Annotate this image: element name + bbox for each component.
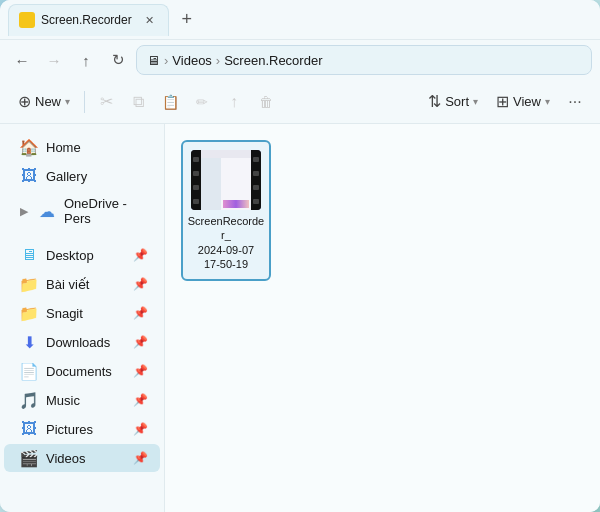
main-area: 🏠 Home 🖼 Gallery ▶ ☁ OneDrive - Pers 🖥 D…	[0, 124, 600, 512]
film-strip-left	[191, 150, 201, 210]
pin-icon-desktop: 📌	[133, 248, 148, 262]
thumb-sidebar	[201, 158, 221, 210]
pin-icon-music: 📌	[133, 393, 148, 407]
sidebar-item-pictures[interactable]: 🖼 Pictures 📌	[4, 415, 160, 443]
video-preview	[191, 150, 261, 210]
sidebar-documents-label: Documents	[46, 364, 112, 379]
sidebar-music-label: Music	[46, 393, 80, 408]
expand-icon: ▶	[20, 205, 28, 218]
new-label: New	[35, 94, 61, 109]
sidebar-item-downloads[interactable]: ⬇ Downloads 📌	[4, 328, 160, 356]
file-grid: ScreenRecorder_ 2024-09-07 17-50-19	[181, 140, 584, 281]
sidebar-item-music[interactable]: 🎵 Music 📌	[4, 386, 160, 414]
new-tab-button[interactable]: +	[173, 6, 201, 34]
breadcrumb-screenrecorder[interactable]: Screen.Recorder	[224, 53, 322, 68]
view-chevron: ▾	[545, 96, 550, 107]
forward-button[interactable]: →	[40, 46, 68, 74]
sort-icon: ⇅	[428, 92, 441, 111]
sidebar-item-onedrive[interactable]: ▶ ☁ OneDrive - Pers	[4, 191, 160, 231]
pin-icon-videos: 📌	[133, 451, 148, 465]
address-bar[interactable]: 🖥 › Videos › Screen.Recorder	[136, 45, 592, 75]
tab-folder-icon	[19, 12, 35, 28]
film-hole-8	[253, 199, 259, 204]
file-label-0: ScreenRecorder_ 2024-09-07 17-50-19	[187, 214, 265, 271]
film-hole-6	[253, 171, 259, 176]
pin-icon-downloads: 📌	[133, 335, 148, 349]
sidebar-home-label: Home	[46, 140, 81, 155]
thumb-main	[221, 158, 251, 210]
sidebar-item-gallery[interactable]: 🖼 Gallery	[4, 162, 160, 190]
pin-icon-baiviet: 📌	[133, 277, 148, 291]
desktop-icon: 🖥	[20, 246, 38, 264]
file-item-0[interactable]: ScreenRecorder_ 2024-09-07 17-50-19	[181, 140, 271, 281]
thumb-bar-bottom	[223, 200, 249, 208]
sidebar-snagit-label: Snagit	[46, 306, 83, 321]
sidebar: 🏠 Home 🖼 Gallery ▶ ☁ OneDrive - Pers 🖥 D…	[0, 124, 165, 512]
active-tab[interactable]: Screen.Recorder ✕	[8, 4, 169, 36]
delete-button[interactable]: 🗑	[251, 87, 281, 117]
sidebar-desktop-label: Desktop	[46, 248, 94, 263]
pin-icon-documents: 📌	[133, 364, 148, 378]
file-area: ScreenRecorder_ 2024-09-07 17-50-19	[165, 124, 600, 512]
up-button[interactable]: ↑	[72, 46, 100, 74]
toolbar-sep-1	[84, 91, 85, 113]
snagit-icon: 📁	[20, 304, 38, 322]
film-hole-2	[193, 171, 199, 176]
refresh-button[interactable]: ↻	[104, 46, 132, 74]
view-button[interactable]: ⊞ View ▾	[488, 87, 558, 117]
documents-icon: 📄	[20, 362, 38, 380]
gallery-icon: 🖼	[20, 167, 38, 185]
sidebar-item-desktop[interactable]: 🖥 Desktop 📌	[4, 241, 160, 269]
sidebar-item-snagit[interactable]: 📁 Snagit 📌	[4, 299, 160, 327]
breadcrumb-sep-2: ›	[216, 53, 220, 68]
tab-label: Screen.Recorder	[41, 13, 132, 27]
breadcrumb-sep-1: ›	[164, 53, 168, 68]
view-icon: ⊞	[496, 92, 509, 111]
sidebar-item-baiviet[interactable]: 📁 Bài viết 📌	[4, 270, 160, 298]
baiviet-icon: 📁	[20, 275, 38, 293]
sidebar-onedrive-label: OneDrive - Pers	[64, 196, 148, 226]
copy-button[interactable]: ⧉	[123, 87, 153, 117]
tab-close-button[interactable]: ✕	[142, 12, 158, 28]
videos-icon: 🎬	[20, 449, 38, 467]
film-hole-1	[193, 157, 199, 162]
film-hole-3	[193, 185, 199, 190]
thumb-content	[201, 150, 251, 210]
sidebar-baiviet-label: Bài viết	[46, 277, 89, 292]
sidebar-pictures-label: Pictures	[46, 422, 93, 437]
sidebar-item-documents[interactable]: 📄 Documents 📌	[4, 357, 160, 385]
pin-icon-pictures: 📌	[133, 422, 148, 436]
computer-icon: 🖥	[147, 53, 160, 68]
rename-button[interactable]: ✏	[187, 87, 217, 117]
cut-button[interactable]: ✂	[91, 87, 121, 117]
film-hole-5	[253, 157, 259, 162]
new-chevron: ▾	[65, 96, 70, 107]
sidebar-videos-label: Videos	[46, 451, 86, 466]
sort-button[interactable]: ⇅ Sort ▾	[420, 87, 486, 117]
breadcrumb-videos[interactable]: Videos	[172, 53, 212, 68]
pin-icon-snagit: 📌	[133, 306, 148, 320]
pictures-icon: 🖼	[20, 420, 38, 438]
sidebar-downloads-label: Downloads	[46, 335, 110, 350]
back-button[interactable]: ←	[8, 46, 36, 74]
sort-label: Sort	[445, 94, 469, 109]
sidebar-item-videos[interactable]: 🎬 Videos 📌	[4, 444, 160, 472]
toolbar: ⊕ New ▾ ✂ ⧉ 📋 ✏ ↑ 🗑 ⇅ Sort ▾ ⊞ View ▾ ··…	[0, 80, 600, 124]
file-thumbnail-0	[191, 150, 261, 210]
film-strip-right	[251, 150, 261, 210]
titlebar: Screen.Recorder ✕ +	[0, 0, 600, 40]
onedrive-icon: ☁	[38, 202, 56, 220]
share-button[interactable]: ↑	[219, 87, 249, 117]
sort-chevron: ▾	[473, 96, 478, 107]
more-button[interactable]: ···	[560, 87, 590, 117]
navbar: ← → ↑ ↻ 🖥 › Videos › Screen.Recorder	[0, 40, 600, 80]
sidebar-item-home[interactable]: 🏠 Home	[4, 133, 160, 161]
new-button[interactable]: ⊕ New ▾	[10, 87, 78, 117]
paste-button[interactable]: 📋	[155, 87, 185, 117]
sidebar-divider	[0, 232, 164, 240]
film-hole-7	[253, 185, 259, 190]
home-icon: 🏠	[20, 138, 38, 156]
view-label: View	[513, 94, 541, 109]
music-icon: 🎵	[20, 391, 38, 409]
sidebar-gallery-label: Gallery	[46, 169, 87, 184]
